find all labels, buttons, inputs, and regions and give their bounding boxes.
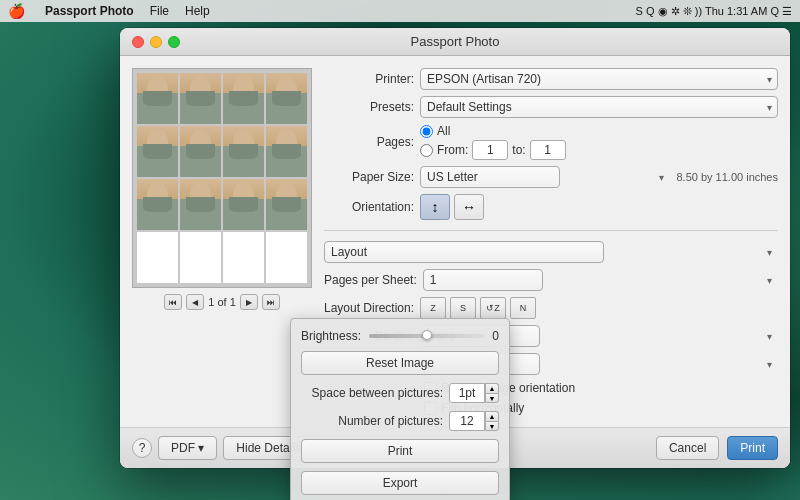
pages-from-input[interactable]: 1 (472, 140, 508, 160)
layout-dir-s[interactable]: S (450, 297, 476, 319)
space-between-row: Space between pictures: ▲ ▼ (301, 383, 499, 403)
number-row: Number of pictures: ▲ ▼ (301, 411, 499, 431)
layout-direction-label: Layout Direction: (324, 301, 414, 315)
paper-size-label: Paper Size: (324, 170, 414, 184)
brightness-row: Brightness: 0 (301, 329, 499, 343)
print-button[interactable]: Print (727, 436, 778, 460)
divider (324, 230, 778, 231)
pdf-button[interactable]: PDF ▾ (158, 436, 217, 460)
next-page-button[interactable]: ▶ (240, 294, 258, 310)
menubar-status: S Q ◉ ✲ ❊ )) Thu 1:31 AM Q ☰ (636, 5, 792, 18)
menubar: 🍎 Passport Photo Printer: File Help S Q … (0, 0, 800, 22)
layout-dir-z[interactable]: Z (420, 297, 446, 319)
photo-thumb (137, 179, 178, 230)
orientation-row: Orientation: ↕ ↔ (324, 194, 778, 220)
photo-thumb (137, 73, 178, 124)
space-stepper: ▲ ▼ (449, 383, 499, 403)
photo-thumb (266, 73, 307, 124)
panel-print-button[interactable]: Print (301, 439, 499, 463)
pages-row: Pages: All From: 1 to: 1 (324, 124, 778, 160)
photo-thumb-empty (266, 232, 307, 283)
apple-menu[interactable]: 🍎 (8, 3, 25, 19)
photo-thumb (266, 126, 307, 177)
portrait-button[interactable]: ↕ (420, 194, 450, 220)
space-increment[interactable]: ▲ (485, 383, 499, 393)
brightness-slider[interactable] (369, 334, 484, 338)
presets-label: Presets: (324, 100, 414, 114)
pages-to-input[interactable]: 1 (530, 140, 566, 160)
space-stepper-buttons: ▲ ▼ (485, 383, 499, 403)
photo-thumb-empty (223, 232, 264, 283)
space-input[interactable] (449, 383, 485, 403)
preview-grid (132, 68, 312, 288)
pages-per-sheet-select[interactable]: 1 (423, 269, 543, 291)
paper-size-row: Paper Size: US Letter 8.50 by 11.00 inch… (324, 166, 778, 188)
presets-row: Presets: Default Settings (324, 96, 778, 118)
printer-select-wrapper: EPSON (Artisan 720) (420, 68, 778, 90)
app-menu[interactable]: Passport Photo (45, 4, 134, 18)
pages-from-radio[interactable] (420, 144, 433, 157)
layout-select-wrapper: Layout (324, 241, 778, 263)
preview-controls: ⏮ ◀ 1 of 1 ▶ ⏭ (132, 294, 312, 310)
number-label: Number of pictures: (301, 414, 443, 428)
layout-dir-n[interactable]: N (510, 297, 536, 319)
pages-all-radio[interactable] (420, 125, 433, 138)
minimize-button[interactable] (150, 36, 162, 48)
layout-select-row: Layout (324, 241, 778, 263)
orientation-label: Orientation: (324, 200, 414, 214)
orientation-buttons: ↕ ↔ (420, 194, 484, 220)
pages-all-label: All (437, 124, 450, 138)
layout-dir-rz[interactable]: ↺Z (480, 297, 506, 319)
preview-panel: ⏮ ◀ 1 of 1 ▶ ⏭ (132, 68, 312, 415)
cancel-button[interactable]: Cancel (656, 436, 719, 460)
page-indicator: 1 of 1 (208, 296, 236, 308)
file-menu-item[interactable]: File (150, 4, 169, 18)
pages-per-sheet-select-wrapper: 1 (423, 269, 778, 291)
paper-dimensions: 8.50 by 11.00 inches (676, 171, 778, 183)
help-button[interactable]: ? (132, 438, 152, 458)
photo-thumb (266, 179, 307, 230)
photo-thumb-empty (180, 232, 221, 283)
close-button[interactable] (132, 36, 144, 48)
dialog-titlebar: Passport Photo (120, 28, 790, 56)
pages-to-label: to: (512, 143, 525, 157)
reset-image-button[interactable]: Reset Image (301, 351, 499, 375)
pages-radio-group: All From: 1 to: 1 (420, 124, 566, 160)
pages-per-sheet-row: Pages per Sheet: 1 (324, 269, 778, 291)
photo-thumb (137, 126, 178, 177)
paper-size-select[interactable]: US Letter (420, 166, 560, 188)
number-decrement[interactable]: ▼ (485, 421, 499, 431)
photo-thumb (223, 73, 264, 124)
number-increment[interactable]: ▲ (485, 411, 499, 421)
number-stepper-buttons: ▲ ▼ (485, 411, 499, 431)
prev-page-button[interactable]: ◀ (186, 294, 204, 310)
presets-select[interactable]: Default Settings (420, 96, 778, 118)
menubar-right: S Q ◉ ✲ ❊ )) Thu 1:31 AM Q ☰ (636, 5, 792, 18)
layout-direction-icons: Z S ↺Z N (420, 297, 536, 319)
panel-export-button[interactable]: Export (301, 471, 499, 495)
photo-thumb (180, 73, 221, 124)
traffic-lights (132, 36, 180, 48)
first-page-button[interactable]: ⏮ (164, 294, 182, 310)
pages-label: Pages: (324, 135, 414, 149)
footer-right: Cancel Print (656, 436, 778, 460)
photo-thumb-empty (137, 232, 178, 283)
layout-select[interactable]: Layout (324, 241, 604, 263)
pages-from-option: From: 1 to: 1 (420, 140, 566, 160)
floating-panel: Brightness: 0 Reset Image Space between … (290, 318, 510, 500)
paper-size-select-wrapper: US Letter (420, 166, 670, 188)
help-menu-item[interactable]: Help (185, 4, 210, 18)
number-stepper: ▲ ▼ (449, 411, 499, 431)
zoom-button[interactable] (168, 36, 180, 48)
landscape-button[interactable]: ↔ (454, 194, 484, 220)
footer-left: ? PDF ▾ Hide Details (132, 436, 314, 460)
number-input[interactable] (449, 411, 485, 431)
space-decrement[interactable]: ▼ (485, 393, 499, 403)
printer-select[interactable]: EPSON (Artisan 720) (420, 68, 778, 90)
photo-thumb (223, 126, 264, 177)
printer-row: Printer: EPSON (Artisan 720) (324, 68, 778, 90)
last-page-button[interactable]: ⏭ (262, 294, 280, 310)
photo-thumb (180, 179, 221, 230)
presets-select-wrapper: Default Settings (420, 96, 778, 118)
brightness-thumb (422, 330, 432, 340)
